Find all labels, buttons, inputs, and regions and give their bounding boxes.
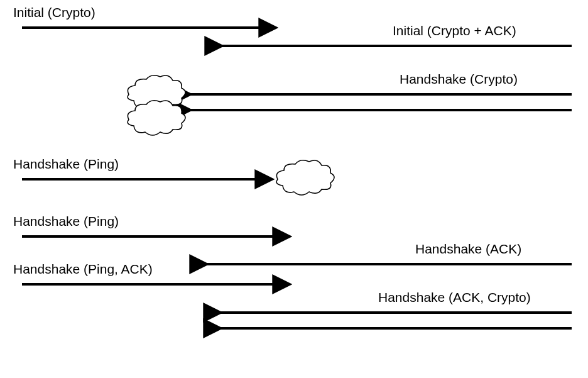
poof-label-3: poof xyxy=(295,173,316,186)
label-handshake-ack: Handshake (ACK) xyxy=(415,242,521,257)
label-handshake-ack-crypto: Handshake (ACK, Crypto) xyxy=(378,290,531,305)
poof-label-2: poof xyxy=(147,113,168,126)
label-handshake-ping-1: Handshake (Ping) xyxy=(13,157,119,172)
label-initial-crypto-ack: Initial (Crypto + ACK) xyxy=(393,23,516,38)
arrows-layer xyxy=(0,0,588,378)
label-handshake-ping-2: Handshake (Ping) xyxy=(13,214,119,229)
label-handshake-ping-ack: Handshake (Ping, ACK) xyxy=(13,262,153,277)
sequence-diagram: Initial (Crypto) Initial (Crypto + ACK) … xyxy=(0,0,588,378)
label-initial-crypto: Initial (Crypto) xyxy=(13,5,95,20)
label-handshake-crypto: Handshake (Crypto) xyxy=(400,72,518,87)
poof-label-1: poof xyxy=(147,88,168,101)
